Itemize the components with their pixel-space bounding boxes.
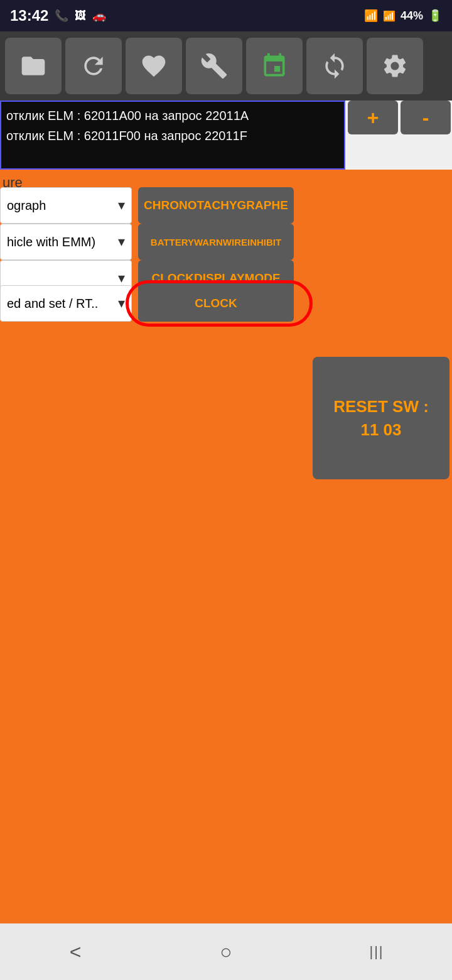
recents-button[interactable]: ||| <box>352 933 402 971</box>
clockdisplaymode-label: CLOCKDISPLAYMODE <box>151 271 280 285</box>
dropdown-2[interactable]: hicle with EMM) ▾ <box>0 224 132 260</box>
settings-icon <box>381 52 409 80</box>
sync-icon <box>321 52 348 80</box>
back-button[interactable]: < <box>50 933 100 971</box>
status-bar: 13:42 📞 🖼 🚗 📶 📶 44% 🔋 <box>0 0 452 31</box>
toolbar <box>0 31 452 101</box>
dropdown-4[interactable]: ed and set / RT.. ▾ <box>0 285 132 322</box>
folder-icon <box>19 52 47 80</box>
dropdown-2-value: hicle with EMM) <box>7 235 95 249</box>
status-left: 13:42 📞 🖼 🚗 <box>10 7 106 24</box>
status-right: 📶 📶 44% 🔋 <box>364 9 442 23</box>
home-button[interactable]: ○ <box>201 933 251 971</box>
clock-button[interactable]: CLOCK <box>138 285 294 322</box>
heart-icon <box>140 52 168 80</box>
battery-icon: 🔋 <box>428 9 442 23</box>
reset-sw-line1: RESET SW : <box>333 397 429 416</box>
pin-icon <box>261 52 288 80</box>
minus-button[interactable]: - <box>401 101 451 134</box>
refresh-icon <box>80 52 107 80</box>
minus-icon: - <box>422 106 429 129</box>
reset-sw-box: RESET SW : 11 03 <box>313 357 449 479</box>
battery-label: 44% <box>401 9 423 23</box>
recents-icon: ||| <box>369 944 384 960</box>
chronotachygraphe-label: CHRONOTACHYGRAPHE <box>144 199 288 212</box>
batterywarn-button[interactable]: BATTERYWARNWIREINHIBIT <box>138 224 294 260</box>
dropdown-4-value: ed and set / RT.. <box>7 297 98 311</box>
pin-button[interactable] <box>246 38 303 94</box>
batterywarn-label: BATTERYWARNWIREINHIBIT <box>151 237 281 248</box>
car-icon: 🚗 <box>92 9 106 23</box>
folder-button[interactable] <box>5 38 62 94</box>
signal-icon: 📶 <box>383 10 396 22</box>
wrench-icon <box>200 52 228 80</box>
tools-button[interactable] <box>186 38 242 94</box>
log-line-1: отклик ELM : 62011A00 на запрос 22011A <box>6 106 339 126</box>
log-area: отклик ELM : 62011A00 на запрос 22011A о… <box>0 101 345 170</box>
favorite-button[interactable] <box>126 38 182 94</box>
main-area: ure ograph ▾ hicle with EMM) ▾ ▾ ed and … <box>0 170 452 923</box>
dropdown-1[interactable]: ograph ▾ <box>0 187 132 224</box>
reset-sw-line2: 11 03 <box>360 420 401 439</box>
reset-sw-label: RESET SW : 11 03 <box>333 395 429 441</box>
phone-icon: 📞 <box>55 9 68 23</box>
clock-button-wrapper: CLOCK <box>126 285 320 322</box>
nav-bar: < ○ ||| <box>0 923 452 980</box>
home-icon: ○ <box>220 940 232 964</box>
log-line-2: отклик ELM : 62011F00 на запрос 22011F <box>6 126 339 146</box>
chevron-down-icon-1: ▾ <box>118 197 125 214</box>
settings-button[interactable] <box>367 38 423 94</box>
back-icon: < <box>70 940 82 964</box>
image-icon: 🖼 <box>75 9 86 23</box>
plus-icon: + <box>367 106 379 129</box>
chronotachygraphe-button[interactable]: CHRONOTACHYGRAPHE <box>138 187 294 224</box>
refresh-button[interactable] <box>65 38 122 94</box>
chevron-down-icon-2: ▾ <box>118 234 125 250</box>
plus-button[interactable]: + <box>348 101 398 134</box>
chevron-down-icon-4: ▾ <box>118 295 125 312</box>
status-time: 13:42 <box>10 7 48 24</box>
wifi-icon: 📶 <box>364 9 378 23</box>
chevron-down-icon-3: ▾ <box>118 270 125 286</box>
clock-label: CLOCK <box>195 297 237 310</box>
sync-button[interactable] <box>306 38 363 94</box>
dropdown-1-value: ograph <box>7 199 46 213</box>
